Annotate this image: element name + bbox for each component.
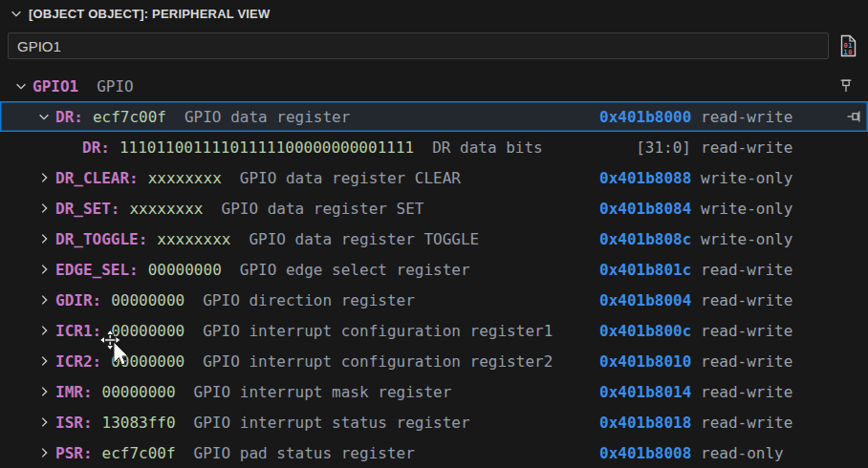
register-meta: 0x401b801c read-write	[599, 254, 792, 285]
access-type: read-write	[701, 108, 792, 126]
register-value: 00000000	[148, 261, 222, 279]
access-type: read-write	[701, 261, 792, 279]
register-meta: 0x401b8088 write-only	[599, 162, 792, 193]
register-meta: 0x401b8000 read-write	[599, 101, 792, 132]
register-address: 0x401b8018	[599, 414, 691, 432]
register-description: GPIO	[97, 77, 134, 96]
register-row[interactable]: DR_TOGGLE: xxxxxxxx GPIO data register T…	[0, 223, 868, 254]
register-address: 0x401b808c	[599, 230, 691, 248]
register-value: 00000000	[111, 352, 184, 371]
access-type: read-write	[701, 138, 792, 157]
register-name: ICR1:	[55, 322, 101, 340]
access-type: write-only	[701, 169, 792, 187]
chevron-down-icon[interactable]	[34, 107, 54, 126]
search-bar: 0 1 1 0	[0, 27, 868, 59]
register-meta: 0x401b808c write-only	[599, 223, 792, 254]
register-name: ISR:	[55, 414, 93, 432]
register-description: GPIO interrupt configuration register1	[203, 322, 553, 340]
register-value: ecf7c00f	[93, 108, 166, 126]
register-name: GDIR:	[55, 291, 101, 309]
register-row[interactable]: DR: 11101100111101111100000000001111 DR …	[0, 132, 868, 162]
register-name: DR_TOGGLE:	[55, 230, 147, 248]
register-address: 0x401b8084	[599, 200, 691, 218]
chevron-down-icon[interactable]	[11, 76, 31, 96]
register-row[interactable]: GDIR: 00000000 GPIO direction register 0…	[0, 285, 868, 315]
chevron-right-icon[interactable]	[34, 382, 54, 401]
register-address: 0x401b800c	[599, 322, 691, 340]
register-address: 0x401b8010	[599, 352, 691, 371]
chevron-right-icon[interactable]	[34, 168, 54, 187]
binary-file-icon: 0 1 1 0	[837, 34, 858, 57]
register-name: IMR:	[55, 383, 93, 401]
pin-vertical-icon[interactable]	[838, 78, 854, 94]
register-name: DR_SET:	[55, 200, 119, 218]
register-address: 0x401b8000	[599, 108, 691, 126]
register-description: GPIO data register SET	[222, 200, 424, 218]
register-description: GPIO data register	[184, 108, 350, 126]
chevron-right-icon[interactable]	[34, 413, 54, 432]
register-description: DR data bits	[432, 138, 543, 157]
chevron-right-icon[interactable]	[34, 260, 54, 279]
chevron-right-icon[interactable]	[34, 229, 54, 248]
register-value: 00000000	[111, 291, 184, 309]
register-description: GPIO data register CLEAR	[240, 169, 461, 187]
register-description: GPIO pad status register	[194, 444, 415, 462]
register-description: GPIO interrupt mask register	[194, 383, 452, 401]
register-row[interactable]: ICR1: 00000000 GPIO interrupt configurat…	[0, 315, 868, 346]
peripheral-view-panel: { "header": { "title": "[OBJECT OBJECT]:…	[0, 0, 868, 468]
register-row[interactable]: GPIO1 GPIO	[0, 71, 868, 101]
register-row[interactable]: ISR: 13083ff0 GPIO interrupt status regi…	[0, 407, 868, 437]
chevron-right-icon[interactable]	[34, 290, 54, 309]
panel-header[interactable]: [OBJECT OBJECT]: PERIPHERAL VIEW	[0, 0, 868, 27]
register-description: GPIO edge select register	[240, 261, 470, 279]
pin-horizontal-icon[interactable]	[846, 109, 861, 124]
register-meta: 0x401b8004 read-write	[599, 285, 792, 315]
toggle-radix-button[interactable]: 0 1 1 0	[835, 32, 860, 59]
register-row[interactable]: PSR: ecf7c00f GPIO pad status register 0…	[0, 437, 868, 468]
register-meta: [31:0] read-write	[599, 132, 792, 162]
svg-text:0: 0	[848, 49, 852, 56]
chevron-right-icon[interactable]	[34, 443, 54, 462]
access-type: write-only	[701, 200, 792, 218]
register-description: GPIO interrupt status register	[194, 414, 470, 432]
chevron-right-icon[interactable]	[34, 199, 54, 218]
register-meta: 0x401b8014 read-write	[599, 376, 792, 407]
register-value: 13083ff0	[102, 414, 176, 432]
chevron-right-icon[interactable]	[34, 321, 54, 340]
chevron-down-icon[interactable]	[8, 6, 25, 21]
register-name: ICR2:	[55, 352, 101, 371]
register-row[interactable]: IMR: 00000000 GPIO interrupt mask regist…	[0, 376, 868, 407]
register-address: 0x401b8004	[599, 291, 691, 309]
register-value: xxxxxxxx	[148, 169, 222, 187]
peripheral-filter-input[interactable]	[8, 32, 829, 59]
access-type: read-write	[701, 383, 792, 401]
register-address: 0x401b8008	[599, 444, 691, 462]
access-type: read-write	[701, 291, 792, 309]
register-description: GPIO interrupt configuration register2	[203, 352, 553, 371]
access-type: read-write	[701, 414, 792, 432]
access-type: read-write	[701, 322, 792, 340]
chevron-right-icon[interactable]	[34, 351, 54, 371]
register-value: xxxxxxxx	[157, 230, 230, 248]
register-value: 00000000	[111, 322, 184, 340]
register-row[interactable]: DR_SET: xxxxxxxx GPIO data register SET …	[0, 193, 868, 223]
register-address: 0x401b8014	[599, 383, 691, 401]
register-tree: GPIO1 GPIO DR: ecf7c00f GPIO data regist…	[0, 71, 868, 468]
panel-title: [OBJECT OBJECT]: PERIPHERAL VIEW	[29, 7, 270, 21]
register-value: xxxxxxxx	[129, 200, 203, 218]
access-type: read-only	[701, 444, 784, 462]
register-row[interactable]: DR_CLEAR: xxxxxxxx GPIO data register CL…	[0, 162, 868, 193]
register-name: PSR:	[55, 444, 93, 462]
register-value: 11101100111101111100000000001111	[119, 138, 414, 157]
register-address: 0x401b8088	[599, 169, 691, 187]
access-type: write-only	[701, 230, 792, 248]
register-meta: 0x401b8084 write-only	[599, 193, 792, 223]
register-row[interactable]: EDGE_SEL: 00000000 GPIO edge select regi…	[0, 254, 868, 285]
register-row[interactable]: ICR2: 00000000 GPIO interrupt configurat…	[0, 346, 868, 376]
svg-text:1: 1	[844, 49, 848, 56]
register-row[interactable]: DR: ecf7c00f GPIO data register 0x401b80…	[0, 101, 868, 132]
register-name: GPIO1	[33, 77, 78, 96]
register-address: 0x401b801c	[599, 261, 691, 279]
register-meta: 0x401b800c read-write	[599, 315, 792, 346]
register-description: GPIO direction register	[203, 291, 415, 309]
